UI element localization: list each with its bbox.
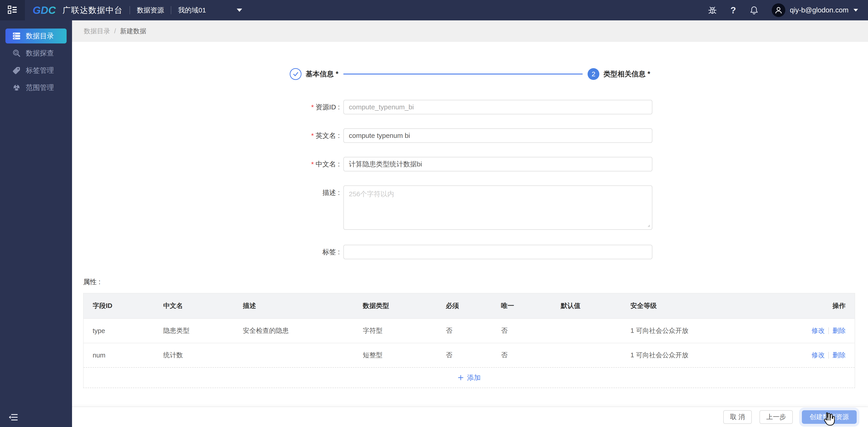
table-row: type 隐患类型 安全检查的隐患 字符型 否 否 1 可向社会公众开放 修改 … bbox=[84, 318, 855, 343]
help-icon[interactable]: ? bbox=[728, 5, 738, 15]
sidebar-item-tag-management[interactable]: 标签管理 bbox=[5, 63, 67, 78]
required-mark: * bbox=[311, 132, 314, 139]
divider bbox=[828, 327, 829, 334]
data-catalog-icon bbox=[12, 32, 21, 40]
sidebar-item-label: 范围管理 bbox=[26, 83, 54, 92]
breadcrumb: 数据目录 / 新建数据 bbox=[72, 21, 868, 42]
delete-link[interactable]: 删除 bbox=[832, 351, 845, 360]
cell-data-type: 短整型 bbox=[353, 351, 437, 360]
notification-bell-icon[interactable] bbox=[749, 5, 759, 15]
sidebar-item-label: 标签管理 bbox=[26, 66, 54, 75]
cell-cn-name: 统计数 bbox=[154, 351, 234, 360]
column-header: 操作 bbox=[780, 301, 855, 310]
english-name-input[interactable] bbox=[343, 128, 652, 143]
menu-list-icon bbox=[8, 5, 17, 15]
tags-input[interactable] bbox=[343, 245, 652, 259]
collapse-left-icon bbox=[9, 413, 18, 422]
step-connector-line bbox=[343, 74, 583, 74]
resource-id-label: *资源ID : bbox=[264, 100, 340, 114]
divider bbox=[130, 6, 130, 14]
divider bbox=[171, 6, 171, 14]
chinese-name-input[interactable] bbox=[343, 157, 652, 171]
gdc-logo: GDC bbox=[33, 4, 58, 16]
footer-action-bar: 取 消 上一步 创建数据资源 bbox=[72, 406, 868, 427]
tags-label: 标签 : bbox=[264, 245, 340, 259]
resource-id-input[interactable] bbox=[343, 100, 652, 114]
cell-required: 否 bbox=[437, 351, 492, 360]
topbar: GDC 广联达数据中台 数据资源 我的域01 ? bbox=[0, 0, 868, 21]
sidebar-item-data-explore[interactable]: 数据探查 bbox=[5, 46, 67, 61]
cell-unique: 否 bbox=[492, 351, 552, 360]
domain-selector[interactable]: 我的域01 bbox=[178, 6, 242, 15]
add-label: 添加 bbox=[467, 373, 480, 383]
user-email: qiy-b@glodon.com bbox=[790, 6, 848, 14]
edit-link[interactable]: 修改 bbox=[812, 326, 825, 335]
tag-icon bbox=[12, 66, 21, 75]
edit-link[interactable]: 修改 bbox=[812, 351, 825, 360]
step-2-number: 2 bbox=[592, 70, 595, 78]
cell-unique: 否 bbox=[492, 326, 552, 335]
cell-operations: 修改 删除 bbox=[780, 326, 855, 335]
resize-grip-icon[interactable] bbox=[646, 223, 651, 228]
divider bbox=[828, 352, 829, 359]
attributes-table: 字段ID 中文名 描述 数据类型 必须 唯一 默认值 安全等级 操作 type … bbox=[83, 293, 855, 388]
cell-operations: 修改 删除 bbox=[780, 351, 855, 360]
plus-icon bbox=[458, 374, 464, 381]
breadcrumb-current: 新建数据 bbox=[120, 27, 146, 36]
table-row: num 统计数 短整型 否 否 1 可向社会公众开放 修改 删除 bbox=[84, 343, 855, 367]
type-info-form: *资源ID : *英文名 : *中文名 : 描述 : bbox=[72, 100, 868, 259]
nav-item-data-resource[interactable]: 数据资源 bbox=[137, 6, 164, 15]
english-name-label: *英文名 : bbox=[264, 128, 340, 143]
sidebar-item-label: 数据目录 bbox=[26, 31, 54, 41]
cell-field-id: num bbox=[84, 352, 154, 359]
sidebar-item-scope-management[interactable]: 范围管理 bbox=[5, 80, 67, 95]
form-row-tags: 标签 : bbox=[72, 245, 868, 259]
data-explore-icon bbox=[12, 49, 21, 58]
previous-step-button[interactable]: 上一步 bbox=[760, 410, 793, 424]
column-header: 中文名 bbox=[154, 301, 234, 310]
form-row-resource-id: *资源ID : bbox=[72, 100, 868, 114]
sidebar-collapse-button[interactable] bbox=[9, 413, 18, 422]
sidebar-item-data-catalog[interactable]: 数据目录 bbox=[5, 29, 67, 43]
column-header: 必须 bbox=[437, 301, 492, 310]
chevron-down-icon bbox=[854, 9, 858, 11]
nav-collapse-button[interactable] bbox=[0, 0, 25, 21]
svg-text:GDC: GDC bbox=[33, 4, 56, 16]
cancel-button[interactable]: 取 消 bbox=[723, 410, 752, 424]
step-2-label: 类型相关信息 * bbox=[603, 69, 650, 79]
chinese-name-label: *中文名 : bbox=[264, 157, 340, 171]
column-header: 数据类型 bbox=[353, 301, 437, 310]
main-content: 基本信息 * 2 类型相关信息 * *资源ID : *英文名 : *中文名 : bbox=[72, 42, 868, 406]
add-attribute-button[interactable]: 添加 bbox=[84, 367, 855, 388]
form-row-description: 描述 : bbox=[72, 186, 868, 231]
domain-selector-value: 我的域01 bbox=[178, 6, 206, 15]
scope-icon bbox=[12, 83, 21, 92]
bug-report-icon[interactable] bbox=[707, 5, 717, 15]
column-header: 安全等级 bbox=[621, 301, 780, 310]
chevron-down-icon bbox=[237, 9, 242, 12]
cell-required: 否 bbox=[437, 326, 492, 335]
stepper: 基本信息 * 2 类型相关信息 * bbox=[72, 68, 868, 80]
form-row-english-name: *英文名 : bbox=[72, 128, 868, 143]
cell-cn-name: 隐患类型 bbox=[154, 326, 234, 335]
cell-security-level: 1 可向社会公众开放 bbox=[621, 351, 780, 360]
attributes-section-title: 属性 : bbox=[83, 277, 868, 287]
required-mark: * bbox=[311, 103, 314, 111]
required-mark: * bbox=[311, 160, 314, 168]
cell-security-level: 1 可向社会公众开放 bbox=[621, 326, 780, 335]
description-textarea[interactable] bbox=[343, 186, 652, 230]
column-header: 默认值 bbox=[552, 301, 622, 310]
column-header: 唯一 bbox=[492, 301, 552, 310]
check-icon bbox=[292, 70, 300, 78]
breadcrumb-parent[interactable]: 数据目录 bbox=[84, 27, 110, 36]
cell-field-id: type bbox=[84, 327, 154, 335]
step-2-circle: 2 bbox=[588, 68, 599, 80]
column-header: 描述 bbox=[234, 301, 353, 310]
step-1-label[interactable]: 基本信息 * bbox=[306, 69, 338, 79]
cell-description: 安全检查的隐患 bbox=[234, 326, 353, 335]
user-menu[interactable]: qiy-b@glodon.com bbox=[759, 3, 858, 17]
step-1-done-circle[interactable] bbox=[290, 68, 302, 80]
create-data-resource-button[interactable]: 创建数据资源 bbox=[802, 410, 857, 424]
delete-link[interactable]: 删除 bbox=[832, 326, 845, 335]
description-label: 描述 : bbox=[264, 186, 340, 200]
